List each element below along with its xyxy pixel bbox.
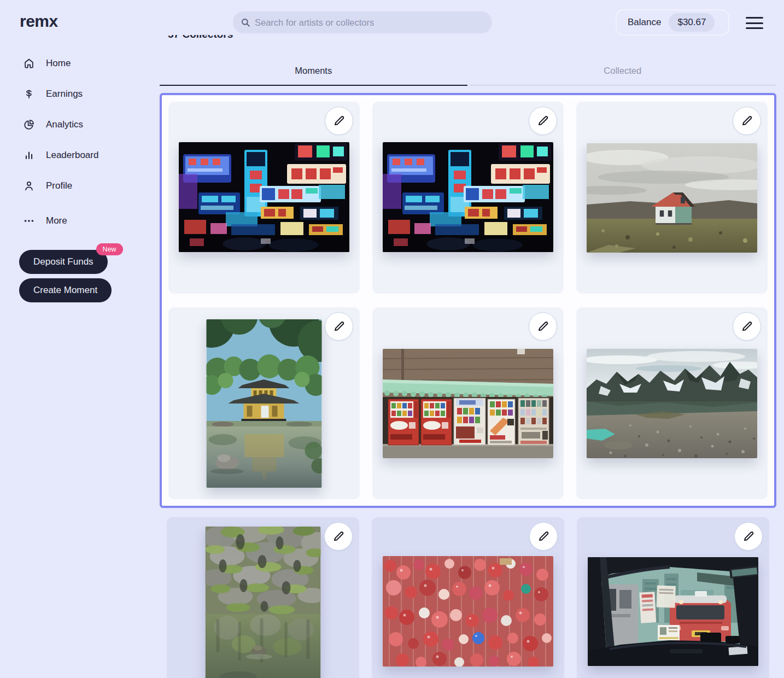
moment-card[interactable] — [576, 102, 768, 294]
tab-bar: Moments Collected — [160, 66, 776, 86]
sidebar-item-earnings[interactable]: Earnings — [0, 79, 159, 109]
search-input[interactable] — [255, 17, 484, 28]
main-content: 57 Collectors Moments Collected — [160, 35, 776, 678]
moments-grid — [168, 102, 768, 499]
pencil-icon — [740, 320, 753, 333]
dollar-icon — [23, 88, 35, 100]
home-icon — [23, 57, 35, 69]
sidebar-item-label: Analytics — [46, 119, 83, 130]
moment-photo-red-charms — [383, 556, 553, 667]
pencil-icon — [740, 114, 753, 127]
person-icon — [23, 180, 35, 192]
sidebar-item-label: Home — [46, 58, 71, 69]
balance-pill[interactable]: Balance $30.67 — [616, 9, 729, 36]
sidebar-item-label: Leaderboard — [46, 150, 98, 161]
edit-moment-button[interactable] — [733, 107, 761, 135]
balance-label: Balance — [628, 17, 661, 28]
moment-card[interactable] — [168, 307, 360, 499]
moment-card[interactable] — [576, 307, 768, 499]
moment-card[interactable] — [372, 517, 564, 678]
moment-card[interactable] — [372, 307, 564, 499]
edit-moment-button[interactable] — [324, 522, 353, 551]
pencil-icon — [332, 114, 346, 127]
sidebar-item-label: Profile — [46, 180, 72, 191]
deposit-funds-label: Deposit Funds — [33, 256, 93, 267]
moments-grid-row3 — [167, 517, 769, 678]
moment-photo-neon-street — [179, 142, 349, 252]
edit-moment-button[interactable] — [529, 522, 558, 551]
sidebar-item-label: Earnings — [46, 89, 83, 100]
edit-moment-button[interactable] — [529, 107, 557, 135]
pencil-icon — [537, 530, 550, 543]
pie-chart-icon — [23, 119, 35, 131]
create-moment-button[interactable]: Create Moment — [19, 278, 112, 302]
sidebar-item-more[interactable]: More — [0, 206, 159, 236]
tab-moments[interactable]: Moments — [160, 66, 467, 86]
moment-card[interactable] — [167, 517, 359, 678]
moment-photo-mossy-rocks — [206, 527, 321, 678]
sidebar: Home Earnings Analytics Leaderboard Prof… — [0, 48, 159, 302]
ellipsis-icon — [23, 215, 35, 227]
pencil-icon — [536, 320, 549, 333]
deposit-funds-button[interactable]: Deposit Funds New — [19, 250, 108, 274]
edit-moment-button[interactable] — [325, 107, 353, 135]
moments-highlight-container — [160, 93, 776, 508]
edit-moment-button[interactable] — [325, 312, 353, 341]
create-moment-label: Create Moment — [33, 285, 97, 295]
moment-card[interactable] — [577, 517, 769, 678]
pencil-icon — [536, 114, 549, 127]
new-badge: New — [96, 243, 123, 255]
pencil-icon — [742, 530, 755, 543]
sidebar-item-analytics[interactable]: Analytics — [0, 109, 159, 140]
sidebar-item-profile[interactable]: Profile — [0, 171, 159, 201]
edit-moment-button[interactable] — [733, 312, 761, 341]
brand-logo[interactable]: remx — [20, 12, 58, 31]
sidebar-item-home[interactable]: Home — [0, 48, 159, 79]
moment-card[interactable] — [372, 102, 564, 294]
moment-photo-mountains — [587, 349, 757, 458]
collectors-heading-clipped: 57 Collectors — [160, 35, 776, 46]
moment-photo-neon-street-2 — [383, 142, 553, 252]
moment-card[interactable] — [168, 102, 360, 294]
menu-icon[interactable] — [746, 16, 763, 30]
sidebar-item-leaderboard[interactable]: Leaderboard — [0, 140, 159, 171]
balance-value: $30.67 — [669, 13, 715, 32]
pencil-icon — [332, 530, 345, 543]
moment-photo-taxi-windshield — [588, 557, 758, 666]
edit-moment-button[interactable] — [529, 312, 557, 341]
search-bar[interactable] — [233, 11, 492, 33]
sidebar-item-label: More — [46, 215, 67, 226]
tab-collected[interactable]: Collected — [469, 66, 777, 86]
pencil-icon — [332, 320, 346, 333]
search-icon — [241, 17, 250, 27]
moment-photo-house — [587, 143, 757, 253]
moment-photo-golden-temple — [207, 319, 322, 488]
edit-moment-button[interactable] — [734, 522, 763, 551]
bar-chart-icon — [23, 149, 35, 161]
moment-photo-vending-machines — [383, 349, 553, 458]
